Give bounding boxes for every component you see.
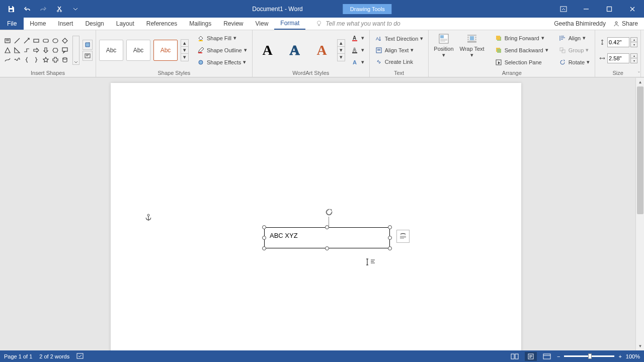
shape-styles-scroll[interactable]: ▴▾▾ [181, 39, 189, 61]
undo-button[interactable] [20, 2, 34, 16]
wordart-style-3[interactable]: A [310, 39, 334, 61]
shape-right-triangle[interactable] [13, 46, 22, 55]
resize-handle-w[interactable] [262, 236, 266, 240]
shape-rectangle[interactable] [32, 36, 41, 45]
resize-handle-sw[interactable] [262, 246, 266, 250]
tab-mailings[interactable]: Mailings [183, 18, 217, 30]
tab-view[interactable]: View [250, 18, 275, 30]
shape-diamond[interactable] [60, 36, 69, 45]
minimize-button[interactable] [575, 2, 598, 16]
align-text-button[interactable]: Align Text▾ [373, 45, 426, 56]
align-button[interactable]: Align▾ [556, 33, 592, 44]
shape-height-input[interactable] [607, 37, 629, 47]
shape-left-brace[interactable] [22, 55, 31, 64]
tell-me-search[interactable]: Tell me what you want to do [305, 20, 554, 27]
redo-button[interactable] [36, 2, 50, 16]
scroll-thumb[interactable] [637, 86, 643, 214]
page-count[interactable]: Page 1 of 1 [4, 353, 32, 359]
scroll-track[interactable] [636, 86, 644, 342]
shape-plus[interactable] [51, 55, 60, 64]
tab-home[interactable]: Home [24, 18, 52, 30]
send-backward-button[interactable]: Send Backward ▾ [493, 45, 550, 56]
read-mode-button[interactable] [509, 352, 521, 361]
shape-outline-button[interactable]: Shape Outline▾ [195, 45, 249, 56]
shape-oval[interactable] [51, 36, 60, 45]
proofing-button[interactable] [76, 352, 85, 360]
shape-width-input[interactable] [607, 53, 629, 63]
shape-star[interactable] [41, 55, 50, 64]
shape-arrow-right[interactable] [32, 46, 41, 55]
height-spinner[interactable]: ▴▾ [630, 37, 637, 47]
resize-handle-e[interactable] [388, 236, 392, 240]
shapes-gallery[interactable] [3, 36, 69, 64]
print-layout-button[interactable] [525, 352, 537, 361]
text-effects-button[interactable]: A▾ [349, 57, 366, 68]
draw-textbox-button[interactable] [83, 51, 93, 61]
close-button[interactable] [621, 2, 644, 16]
save-button[interactable] [4, 2, 18, 16]
shape-textbox[interactable] [3, 36, 12, 45]
shape-can[interactable] [60, 55, 69, 64]
layout-options-button[interactable] [396, 230, 410, 243]
shape-style-1[interactable]: Abc [99, 40, 123, 61]
shape-freeform[interactable] [13, 55, 22, 64]
tab-references[interactable]: References [140, 18, 183, 30]
edit-shape-button[interactable] [83, 40, 93, 50]
zoom-out-button[interactable]: − [557, 353, 560, 359]
shape-line[interactable] [13, 36, 22, 45]
width-spinner[interactable]: ▴▾ [630, 53, 637, 63]
scroll-up-button[interactable]: ▲ [636, 78, 644, 86]
anchor-icon[interactable] [145, 214, 152, 224]
shape-triangle[interactable] [3, 46, 12, 55]
resize-handle-nw[interactable] [262, 225, 266, 229]
shape-curve[interactable] [3, 55, 12, 64]
tab-insert[interactable]: Insert [52, 18, 79, 30]
resize-handle-ne[interactable] [388, 225, 392, 229]
tab-layout[interactable]: Layout [110, 18, 140, 30]
text-direction-button[interactable]: AText Direction▾ [373, 33, 426, 44]
resize-handle-se[interactable] [388, 246, 392, 250]
user-name[interactable]: Geetha Bhimireddy [554, 20, 606, 27]
ribbon-display-options-button[interactable] [556, 2, 571, 16]
web-layout-button[interactable] [541, 352, 553, 361]
shape-style-2[interactable]: Abc [126, 40, 150, 61]
wrap-text-button[interactable]: Wrap Text▾ [458, 32, 487, 69]
wordart-style-2[interactable]: A [283, 39, 307, 61]
shape-callout[interactable] [60, 46, 69, 55]
word-count[interactable]: 2 of 2 words [39, 353, 69, 359]
tab-review[interactable]: Review [217, 18, 249, 30]
shape-hexagon[interactable] [51, 46, 60, 55]
textbox[interactable]: ABC XYZ [264, 227, 390, 248]
maximize-button[interactable] [598, 2, 621, 16]
resize-handle-s[interactable] [325, 246, 329, 250]
cut-button[interactable] [52, 2, 66, 16]
rotate-button[interactable]: Rotate▾ [556, 57, 592, 68]
zoom-level[interactable]: 100% [626, 353, 640, 359]
tab-file[interactable]: File [0, 18, 24, 30]
resize-handle-n[interactable] [325, 225, 329, 229]
shape-rounded-rect[interactable] [41, 36, 50, 45]
share-button[interactable]: Share [613, 20, 638, 27]
shape-style-3[interactable]: Abc [153, 40, 178, 61]
shape-fill-button[interactable]: Shape Fill▾ [195, 33, 249, 44]
customize-qat-button[interactable] [68, 2, 83, 16]
shape-right-brace[interactable] [32, 55, 41, 64]
shape-elbow[interactable] [22, 46, 31, 55]
rotate-handle[interactable] [325, 208, 334, 217]
zoom-in-button[interactable]: + [618, 353, 621, 359]
page[interactable] [111, 83, 521, 350]
tab-format[interactable]: Format [274, 18, 305, 30]
bring-forward-button[interactable]: Bring Forward ▾ [493, 33, 550, 44]
text-fill-button[interactable]: A▾ [349, 33, 366, 44]
vertical-scrollbar[interactable]: ▲ ▼ [635, 78, 644, 350]
shape-arrow-down[interactable] [41, 46, 50, 55]
zoom-slider-knob[interactable] [588, 353, 592, 359]
tab-design[interactable]: Design [79, 18, 110, 30]
shapes-gallery-more[interactable] [72, 36, 79, 65]
selection-pane-button[interactable]: Selection Pane [493, 57, 550, 68]
shape-effects-button[interactable]: Shape Effects▾ [195, 57, 249, 68]
group-button[interactable]: Group▾ [556, 45, 592, 56]
wordart-style-1[interactable]: A [256, 39, 280, 61]
text-outline-button[interactable]: A▾ [349, 45, 366, 56]
collapse-ribbon-button[interactable]: ˇ [635, 70, 642, 77]
